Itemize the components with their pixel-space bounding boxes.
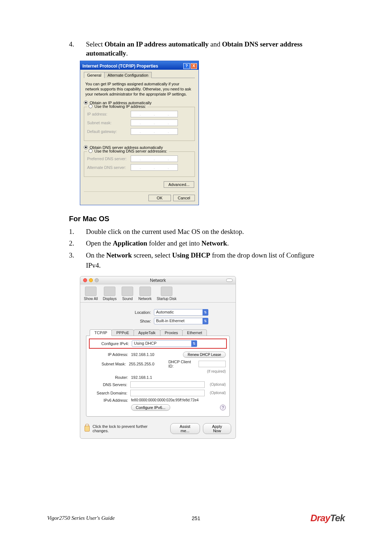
search-domains-label: Search Domains: [90, 391, 127, 395]
preferred-dns-label: Preferred DNS server: [87, 157, 131, 161]
dialog-title: Internet Protocol (TCP/IP) Properties [82, 64, 158, 69]
dns-optional-note: (Optional) [210, 382, 226, 386]
advanced-button[interactable]: Advanced... [164, 181, 194, 188]
t: Using DHCP [172, 251, 210, 259]
displays-icon[interactable] [104, 287, 115, 296]
step-body: Double click on the current used Mac OS … [86, 227, 326, 237]
subnet-mask-label: Subnet mask: [87, 121, 131, 125]
startupdisk-label: Startup Disk [157, 297, 176, 301]
close-icon[interactable] [83, 278, 87, 282]
windows-tcpip-dialog: Internet Protocol (TCP/IP) Properties ? … [80, 61, 199, 205]
subnet-mask-input[interactable]: ... [131, 119, 178, 126]
help-button[interactable]: ? [183, 63, 190, 69]
dialog-description: You can get IP settings assigned automat… [85, 82, 193, 97]
tab-general[interactable]: General [84, 72, 105, 78]
step-4-bold1: Obtain an IP address automatically [105, 40, 209, 48]
radio-use-ip-label: Use the following IP address: [94, 104, 146, 109]
help-icon[interactable]: ? [220, 405, 226, 410]
footer-guide-title: Vigor2750 Series User's Guide [47, 515, 115, 521]
footer-page-number: 251 [192, 515, 200, 521]
toolbar-toggle-icon[interactable] [226, 279, 233, 282]
page-footer: Vigor2750 Series User's Guide 251 DrayTe… [47, 513, 345, 524]
router-label: Router: [90, 375, 128, 380]
dhcp-client-id-input[interactable] [199, 361, 226, 367]
ip-address-label: IP address: [87, 112, 131, 116]
tab-pppoe[interactable]: PPPoE [111, 329, 134, 336]
showall-label: Show All [84, 297, 98, 301]
ip-address-label: IP Address: [90, 352, 128, 357]
traffic-lights [83, 278, 99, 282]
preferred-dns-input[interactable]: ... [131, 155, 178, 162]
tab-ethernet[interactable]: Ethernet [182, 329, 207, 336]
step-4-post: . [126, 49, 128, 57]
location-label: Location: [107, 310, 151, 315]
tab-tcpip[interactable]: TCP/IP [90, 329, 112, 336]
mac-step-2: 2. Open the Application folder and get i… [69, 238, 330, 249]
location-select[interactable]: Automatic⇅ [154, 309, 208, 316]
configure-ipv6-button[interactable]: Configure IPv6... [131, 404, 170, 411]
step-4-mid: and [209, 40, 222, 48]
dns-servers-input[interactable] [130, 381, 205, 388]
radio-use-dns[interactable] [89, 149, 93, 153]
configure-ipv4-select[interactable]: Using DHCP⇅ [132, 340, 197, 347]
dns-servers-label: DNS Servers: [90, 382, 127, 387]
draytek-logo: DrayTek [310, 513, 345, 524]
step-4: 4. Select Obtain an IP address automatic… [69, 40, 330, 58]
cancel-button[interactable]: Cancel [173, 195, 195, 201]
chevron-updown-icon: ⇅ [203, 309, 208, 316]
radio-use-ip[interactable] [89, 104, 93, 108]
show-select[interactable]: Built-in Ethernet⇅ [154, 318, 208, 324]
show-value: Built-in Ethernet [156, 319, 184, 323]
step-body: Open the Application folder and get into… [86, 238, 326, 249]
logo-tek: Tek [330, 513, 345, 523]
t: Network [201, 239, 227, 247]
step-num: 1. [69, 227, 84, 237]
ipv6-address-label: IPv6 Address: [90, 398, 128, 402]
configure-ipv4-label: Configure IPv4: [91, 341, 129, 346]
tab-appletalk[interactable]: AppleTalk [134, 329, 160, 336]
showall-icon[interactable] [85, 287, 97, 296]
tab-proxies[interactable]: Proxies [160, 329, 183, 336]
step-4-pre: Select [86, 40, 105, 48]
lock-icon[interactable] [85, 426, 90, 432]
mac-title-text: Network [150, 278, 166, 283]
t: Open the [86, 239, 113, 247]
default-gateway-input[interactable]: ... [131, 128, 178, 135]
mac-step-3: 3. On the Network screen, select Using D… [69, 250, 330, 271]
client-id-note: (If required) [207, 369, 226, 373]
router-value: 192.168.1.1 [131, 375, 152, 380]
zoom-icon[interactable] [95, 278, 99, 282]
close-button[interactable]: X [191, 63, 197, 69]
configure-ipv4-value: Using DHCP [134, 341, 156, 345]
t: On the [86, 251, 106, 259]
t: folder and get into [147, 239, 201, 247]
location-value: Automatic [156, 310, 174, 314]
t: Application [113, 239, 147, 247]
alternate-dns-label: Alternate DNS server: [87, 165, 131, 170]
mac-toolbar: Show All Displays Sound Network Startup … [80, 284, 236, 303]
startupdisk-icon[interactable] [161, 287, 172, 296]
sound-label: Sound [122, 297, 133, 301]
apply-now-button[interactable]: Apply Now [203, 423, 231, 434]
mac-network-dialog: Network Show All Displays Sound Network … [80, 276, 236, 439]
tab-alternate-config[interactable]: Alternate Configuration [104, 72, 152, 78]
alternate-dns-input[interactable]: ... [131, 164, 178, 171]
ok-button[interactable]: OK [148, 195, 171, 201]
network-icon[interactable] [139, 287, 151, 296]
sound-icon[interactable] [122, 287, 133, 296]
radio-use-dns-label: Use the following DNS server addresses: [94, 149, 167, 153]
mac-step-1: 1. Double click on the current used Mac … [69, 227, 330, 237]
t: Network [106, 251, 132, 259]
assist-me-button[interactable]: Assist me... [170, 423, 200, 434]
step-num: 2. [69, 238, 84, 249]
ip-address-input[interactable]: ... [131, 111, 178, 117]
tcpip-panel: Configure IPv4: Using DHCP⇅ IP Address: … [86, 336, 230, 417]
search-domains-input[interactable] [130, 390, 205, 396]
t: screen, select [132, 251, 172, 259]
subnet-mask-label: Subnet Mask: [90, 362, 126, 366]
step-4-number: 4. [69, 40, 84, 49]
ipv6-address-value: fe80:0000:0000:0000:020a:95ff:fe8d:72e4 [131, 398, 199, 402]
renew-dhcp-button[interactable]: Renew DHCP Lease [183, 352, 226, 358]
show-label: Show: [107, 319, 151, 323]
minimize-icon[interactable] [89, 278, 93, 282]
